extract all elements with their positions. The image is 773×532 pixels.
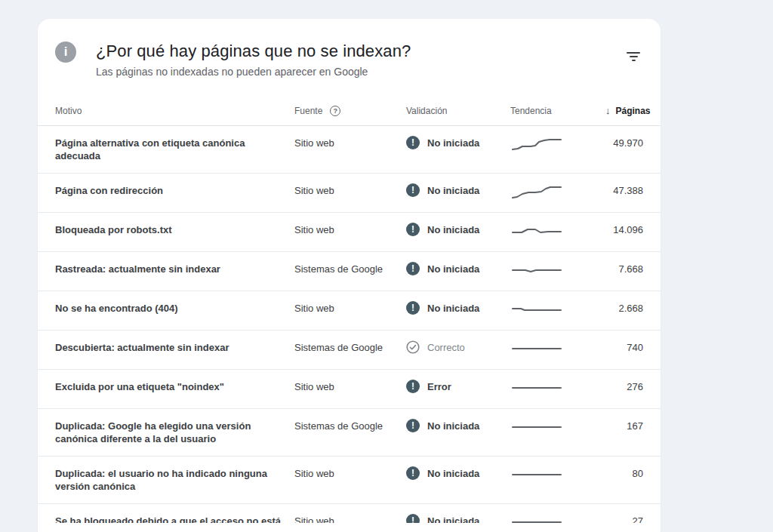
table-row[interactable]: Excluida por una etiqueta "noindex" Siti… [38,370,661,409]
row-paginas: 167 [627,420,643,432]
row-paginas: 14.096 [613,223,643,236]
row-motivo: Bloqueada por robots.txt [55,223,282,236]
page-subtitle: Las páginas no indexadas no pueden apare… [96,66,411,78]
trend-sparkline [510,262,563,280]
row-fuente: Sitio web [294,380,406,393]
row-tendencia [510,263,605,280]
row-validation-label: No iniciada [427,137,479,149]
trend-sparkline [510,340,563,358]
column-header-paginas[interactable]: ↓ Páginas [605,105,651,116]
header-titles: ¿Por qué hay páginas que no se indexan? … [96,42,411,78]
filter-icon [627,52,640,54]
row-fuente: Sistemas de Google [294,341,406,354]
trend-sparkline [510,223,563,241]
table-row[interactable]: No se ha encontrado (404) Sitio web ! No… [38,291,661,331]
row-tendencia [510,420,605,437]
row-tendencia [510,302,605,319]
row-validation-label: No iniciada [427,467,479,480]
row-fuente: Sistemas de Google [294,420,406,432]
validation-pending-icon: ! [406,380,420,393]
validation-pending-icon: ! [406,419,420,432]
row-validation-label: No iniciada [427,184,479,197]
report-header: i ¿Por qué hay páginas que no se indexan… [38,19,661,96]
table-row[interactable]: Bloqueada por robots.txt Sitio web ! No … [38,213,661,252]
row-motivo: Descubierta: actualmente sin indexar [55,341,282,354]
table-row[interactable]: Página alternativa con etiqueta canónica… [38,126,661,174]
row-fuente: Sitio web [294,302,406,315]
row-validacion: ! Error [406,380,510,393]
table-body: Página alternativa con etiqueta canónica… [38,126,661,532]
row-tendencia [510,184,605,201]
trend-sparkline [510,466,563,484]
validation-pending-icon: ! [406,136,420,149]
row-tendencia [510,341,605,358]
validation-pending-icon: ! [406,301,420,315]
not-indexed-report-card: i ¿Por qué hay páginas que no se indexan… [38,19,661,532]
help-icon[interactable]: ? [330,106,340,116]
table-row[interactable]: Rastreada: actualmente sin indexar Siste… [38,252,661,291]
trend-sparkline [510,136,563,154]
row-tendencia [510,223,605,241]
table-header-row: Motivo Fuente ? Validación Tendencia ↓ P… [38,96,661,126]
trend-sparkline [510,380,563,398]
row-paginas: 2.668 [618,302,643,315]
row-motivo: Rastreada: actualmente sin indexar [55,263,282,275]
validation-pending-icon: ! [406,183,420,197]
row-validacion: ! No iniciada [406,420,510,432]
column-header-fuente[interactable]: Fuente ? [294,106,406,116]
row-paginas: 740 [627,341,643,354]
row-validacion: ! No iniciada [406,302,510,315]
validation-pending-icon: ! [406,466,420,480]
row-fuente: Sitio web [294,223,406,236]
row-validacion: ! No iniciada [406,137,510,149]
row-tendencia [510,467,605,484]
row-motivo: No se ha encontrado (404) [55,302,282,315]
row-validacion: ! No iniciada [406,184,510,197]
validation-pending-icon: ! [406,223,420,236]
row-fuente: Sitio web [294,467,406,480]
next-card-partial [38,523,661,532]
row-motivo: Excluida por una etiqueta "noindex" [55,380,282,393]
trend-sparkline [510,183,563,201]
table-row[interactable]: Descubierta: actualmente sin indexar Sis… [38,331,661,370]
column-header-motivo[interactable]: Motivo [55,106,294,116]
table-row[interactable]: Duplicada: el usuario no ha indicado nin… [38,457,661,504]
row-tendencia [510,380,605,398]
row-validation-label: Correcto [427,341,465,354]
row-validacion: ! No iniciada [406,467,510,480]
table-row[interactable]: Duplicada: Google ha elegido una versión… [38,409,661,457]
filter-button[interactable] [623,48,644,66]
row-validation-label: Error [427,380,451,393]
validation-success-icon [406,340,420,354]
row-motivo: Página con redirección [55,184,282,197]
row-paginas: 80 [633,467,643,480]
row-fuente: Sitio web [294,137,406,149]
row-fuente: Sistemas de Google [294,263,406,275]
trend-sparkline [510,419,563,437]
row-validation-label: No iniciada [427,263,479,275]
row-validation-label: No iniciada [427,302,479,315]
row-motivo: Duplicada: Google ha elegido una versión… [55,420,282,445]
info-icon: i [55,42,76,63]
row-paginas: 7.668 [618,263,643,275]
row-motivo: Duplicada: el usuario no ha indicado nin… [55,467,282,493]
sort-descending-icon: ↓ [605,105,611,116]
row-fuente: Sitio web [294,184,406,197]
column-header-validacion[interactable]: Validación [406,106,510,116]
row-paginas: 276 [627,380,643,393]
row-validation-label: No iniciada [427,223,479,236]
page-title: ¿Por qué hay páginas que no se indexan? [96,42,411,61]
row-validacion: ! No iniciada [406,223,510,236]
row-paginas: 47.388 [613,184,643,197]
validation-pending-icon: ! [406,262,420,275]
trend-sparkline [510,301,563,319]
row-motivo: Página alternativa con etiqueta canónica… [55,137,282,162]
row-validation-label: No iniciada [427,420,479,432]
row-paginas: 49.970 [613,137,643,149]
column-header-tendencia[interactable]: Tendencia [510,106,605,116]
table-row[interactable]: Página con redirección Sitio web ! No in… [38,174,661,213]
row-tendencia [510,137,605,154]
row-validacion: ! No iniciada [406,263,510,275]
row-validacion: ! Correcto [406,341,510,354]
